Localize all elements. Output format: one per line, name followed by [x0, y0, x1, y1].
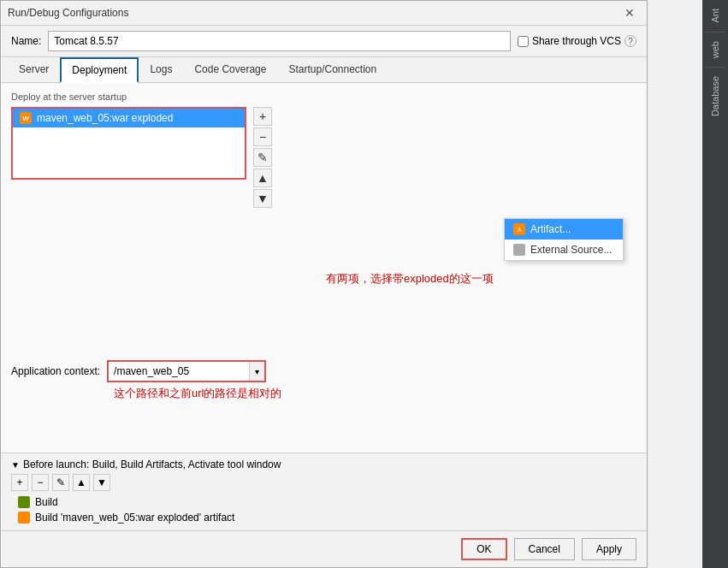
launch-item-artifact-label: Build 'maven_web_05:war exploded' artifa…: [35, 512, 234, 524]
tab-deployment[interactable]: Deployment: [60, 57, 139, 83]
launch-up-button[interactable]: ▲: [73, 474, 90, 491]
deploy-section-label: Deploy at the server startup: [11, 92, 636, 102]
launch-items-list: Build Build 'maven_web_05:war exploded' …: [11, 494, 636, 525]
collapse-triangle-icon[interactable]: ▼: [11, 460, 20, 470]
sidebar-separator-2: [706, 67, 725, 68]
list-action-buttons: + − ✎ ▲ ▼: [253, 107, 272, 208]
vcs-help-icon[interactable]: ?: [624, 35, 636, 47]
dropdown-external-label: External Source...: [530, 244, 612, 256]
right-sidebar: Ant web Database: [702, 0, 728, 568]
before-launch-toolbar: + − ✎ ▲ ▼: [11, 474, 636, 491]
app-context-input[interactable]: [109, 362, 249, 381]
before-launch-header: ▼ Before launch: Build, Build Artifacts,…: [11, 459, 636, 470]
vcs-checkbox-row: Share through VCS ?: [518, 35, 636, 47]
add-deploy-button[interactable]: +: [253, 107, 272, 126]
name-row: Name: Share through VCS ?: [1, 26, 647, 57]
deploy-item-label: maven_web_05:war exploded: [37, 112, 173, 124]
launch-item-build: Build: [18, 494, 636, 510]
tab-code-coverage[interactable]: Code Coverage: [183, 57, 277, 83]
dropdown-item-artifact[interactable]: A Artifact...: [505, 219, 623, 240]
content-area: Deploy at the server startup W maven_web…: [1, 83, 647, 453]
titlebar: Run/Debug Configurations ✕: [1, 1, 647, 26]
dialog-title: Run/Debug Configurations: [8, 7, 128, 19]
close-button[interactable]: ✕: [619, 4, 640, 21]
vcs-label: Share through VCS: [532, 35, 621, 47]
war-icon: W: [20, 112, 32, 124]
context-dropdown-button[interactable]: ▾: [249, 362, 264, 381]
sidebar-separator-1: [706, 32, 725, 33]
artifact-build-icon: [18, 512, 30, 524]
artifact-icon: A: [513, 223, 525, 235]
sidebar-database-tab[interactable]: Database: [708, 71, 722, 121]
launch-down-button[interactable]: ▼: [93, 474, 110, 491]
edit-deploy-button[interactable]: ✎: [253, 148, 272, 167]
before-launch-label: Before launch: Build, Build Artifacts, A…: [23, 459, 281, 470]
ok-button[interactable]: OK: [461, 538, 506, 560]
annotation-1: 有两项，选择带exploded的这一项: [326, 271, 494, 287]
name-input[interactable]: [48, 31, 511, 51]
launch-remove-button[interactable]: −: [32, 474, 49, 491]
tab-server[interactable]: Server: [8, 57, 60, 83]
move-up-button[interactable]: ▲: [253, 169, 272, 187]
launch-edit-button[interactable]: ✎: [52, 474, 69, 491]
build-icon: [18, 496, 30, 508]
sidebar-ant-tab[interactable]: Ant: [708, 3, 722, 28]
dropdown-artifact-label: Artifact...: [530, 223, 571, 235]
deploy-list-item[interactable]: W maven_web_05:war exploded: [13, 109, 245, 127]
apply-button[interactable]: Apply: [582, 538, 636, 560]
app-context-input-wrapper: ▾: [107, 360, 266, 382]
source-icon: [513, 244, 525, 256]
run-debug-dialog: Run/Debug Configurations ✕ Name: Share t…: [0, 0, 648, 568]
move-down-button[interactable]: ▼: [253, 189, 272, 208]
cancel-button[interactable]: Cancel: [514, 538, 575, 560]
tab-startup[interactable]: Startup/Connection: [277, 57, 388, 83]
launch-item-artifact: Build 'maven_web_05:war exploded' artifa…: [18, 510, 636, 525]
app-context-label: Application context:: [11, 365, 100, 377]
remove-deploy-button[interactable]: −: [253, 127, 272, 146]
artifact-dropdown-menu: A Artifact... External Source...: [504, 218, 624, 261]
annotation-2: 这个路径和之前url的路径是相对的: [11, 386, 633, 401]
dialog-footer: OK Cancel Apply: [1, 530, 647, 567]
before-launch-section: ▼ Before launch: Build, Build Artifacts,…: [1, 453, 647, 530]
sidebar-web-tab[interactable]: web: [708, 36, 722, 63]
launch-add-button[interactable]: +: [11, 474, 28, 491]
tabs-bar: Server Deployment Logs Code Coverage Sta…: [1, 57, 647, 83]
deploy-list: W maven_web_05:war exploded: [11, 107, 246, 180]
dropdown-item-external-source[interactable]: External Source...: [505, 240, 623, 260]
app-context-section: Application context: ▾ 这个路径和之前url的路径是相对的: [11, 360, 633, 401]
tab-logs[interactable]: Logs: [139, 57, 183, 83]
vcs-checkbox[interactable]: [518, 36, 529, 47]
launch-item-build-label: Build: [35, 496, 58, 508]
name-label: Name:: [11, 35, 41, 47]
